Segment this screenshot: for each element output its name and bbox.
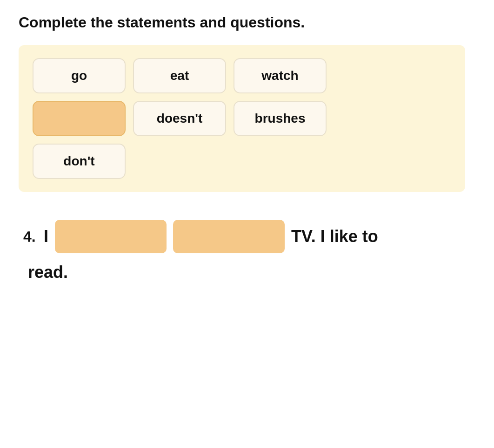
word-card-doesnt[interactable]: doesn't [133, 101, 226, 136]
word-card-brushes[interactable]: brushes [234, 101, 327, 136]
word-card-go[interactable]: go [33, 58, 126, 93]
sentence-section: 4. I TV. I like to read. [19, 220, 475, 282]
word-card-empty[interactable] [33, 101, 126, 136]
page-title: Complete the statements and questions. [19, 14, 475, 31]
word-card-dont[interactable]: don't [33, 144, 126, 179]
word-card-watch[interactable]: watch [234, 58, 327, 93]
answer-blank-4-2[interactable] [173, 220, 285, 253]
word-card-eat[interactable]: eat [133, 58, 226, 93]
sentence-prefix-4: I [44, 227, 48, 246]
word-bank: go eat watch doesn't brushes don't [19, 45, 465, 192]
sentence-row-4: 4. I TV. I like to [23, 220, 471, 253]
sentence-continuation-4: read. [23, 263, 471, 282]
sentence-number-4: 4. [23, 228, 37, 245]
sentence-suffix-4: TV. I like to [291, 227, 378, 246]
answer-blank-4-1[interactable] [55, 220, 167, 253]
